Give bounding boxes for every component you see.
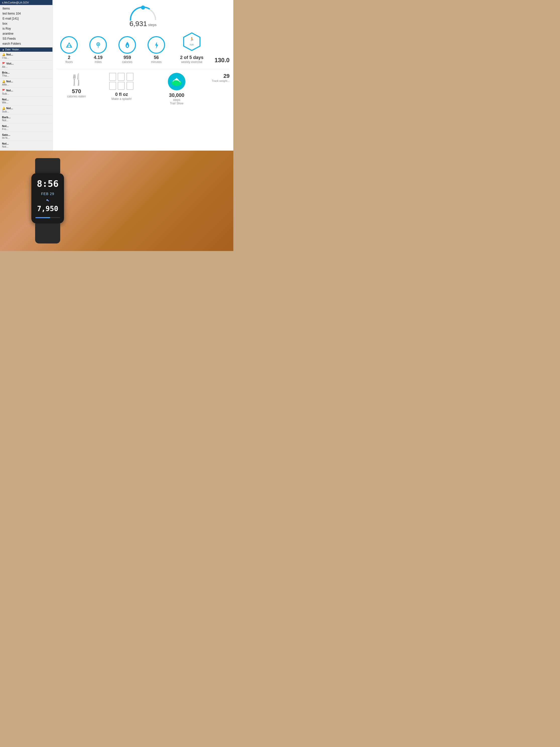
watch-band-bottom [35, 224, 60, 243]
nav-search-folders[interactable]: earch Folders [0, 41, 52, 46]
list-item[interactable]: Nol... Nol... [0, 141, 52, 150]
watch-progress-fill [35, 217, 50, 218]
list-item[interactable]: Bria... Tha... [0, 70, 52, 79]
watch-body: 8:56 FEB 29 7,950 [31, 173, 64, 224]
challenge-section: 30,000 steps Trail Shoe [146, 73, 207, 105]
trail-shoe-icon [170, 75, 183, 88]
water-cups-grid [109, 73, 134, 90]
minutes-stat: 56 minutes [144, 36, 169, 64]
svg-marker-4 [184, 33, 200, 50]
svg-point-9 [47, 199, 48, 201]
watch-band-top [35, 158, 60, 173]
monitor-screen: s.McCorkle@LA.GOV Items ted Items 104 E-… [0, 0, 233, 166]
nav-email[interactable]: E-mail [141] [0, 16, 52, 21]
watch-progress-bar [35, 217, 60, 218]
floors-icon [65, 41, 74, 49]
svg-point-7 [171, 80, 182, 86]
watch-steps-section: 7,950 [37, 199, 58, 213]
steps-header: 6,931 steps [56, 2, 230, 28]
nav-isroy[interactable]: is Roy [0, 26, 52, 31]
calories-stat: 959 calories [115, 36, 140, 64]
steps-arc-svg [126, 2, 161, 21]
list-item[interactable]: Nol... We... [0, 97, 52, 105]
watch-date-display: FEB 29 [41, 192, 54, 196]
list-item[interactable]: Nol... Fro... [0, 123, 52, 132]
water-cup [127, 82, 133, 90]
list-item[interactable]: 🔔 Nol... Sub... [0, 105, 52, 114]
water-section: 0 fl oz Make a splash! [102, 73, 142, 101]
lightning-icon [152, 41, 161, 49]
svg-marker-3 [155, 42, 158, 49]
location-icon [94, 41, 103, 49]
wrist-area: 8:56 FEB 29 7,950 [0, 151, 233, 251]
list-item[interactable]: 🔔 Nol... Affe... [0, 79, 52, 87]
list-item[interactable]: Sato... Hi N... [0, 132, 52, 141]
weekly-exercise: 🏃 run 2 of 5 days weekly exercise [173, 32, 211, 64]
nav-items[interactable]: Items [0, 6, 52, 11]
nav-rss-feeds[interactable]: SS Feeds [0, 36, 52, 41]
stats-row: 2 floors 4.19 miles [56, 32, 230, 64]
list-item[interactable]: Barb... Nol... [0, 114, 52, 123]
list-item[interactable]: 🚩 Nol... Sub... [0, 87, 52, 97]
nav-ted-items[interactable]: ted Items 104 [0, 11, 52, 16]
nav-quarantine[interactable]: arantine [0, 31, 52, 36]
food-section: 🍴 570 calories eaten [56, 73, 97, 98]
fitbit-dashboard: 6,931 steps 2 floors [53, 0, 233, 166]
fitbit-watch: 8:56 FEB 29 7,950 [25, 158, 70, 243]
list-item[interactable]: 🚩 Vict... Alr... [0, 61, 52, 70]
floors-stat: 2 floors [56, 36, 82, 64]
water-cup [118, 82, 125, 90]
right-stat-1: 130.0 [215, 57, 230, 64]
second-row: 🍴 570 calories eaten 0 fl oz [56, 73, 230, 105]
svg-text:🏃: 🏃 [190, 37, 194, 42]
watch-steps-number: 7,950 [37, 205, 58, 213]
watch-screen: 8:56 FEB 29 7,950 [34, 177, 61, 220]
challenge-badge-icon [168, 73, 185, 91]
svg-point-2 [98, 44, 99, 45]
flame-icon [123, 41, 132, 49]
watch-time-display: 8:56 [37, 178, 59, 189]
svg-point-0 [141, 5, 145, 9]
svg-text:run: run [190, 43, 194, 46]
water-cup [109, 73, 116, 81]
svg-marker-8 [174, 78, 179, 80]
email-list: ▲ Date: Yester... 🔔 Nol... I ha... 🚩 Vic… [0, 47, 52, 166]
date-header: ▲ Date: Yester... [0, 47, 52, 52]
list-item[interactable]: 🔔 Nol... I ha... [0, 52, 52, 61]
miles-stat: 4.19 miles [85, 36, 111, 64]
email-sidebar: s.McCorkle@LA.GOV Items ted Items 104 E-… [0, 0, 53, 166]
hexagon-svg: 🏃 run [181, 32, 203, 53]
water-cup [118, 73, 125, 81]
svg-point-10 [48, 200, 49, 201]
right-stat-2-container: 29 Track weight... [212, 73, 230, 82]
hexagon-container: 🏃 run [181, 32, 203, 53]
fork-knife-icon: 🍴 [56, 73, 97, 86]
watch-steps-icon [45, 199, 50, 205]
water-cup [109, 82, 116, 90]
email-nav: Items ted Items 104 E-mail [141] box is … [0, 5, 52, 47]
water-cup [127, 73, 133, 81]
email-account: s.McCorkle@LA.GOV [0, 0, 52, 5]
nav-box[interactable]: box [0, 21, 52, 26]
